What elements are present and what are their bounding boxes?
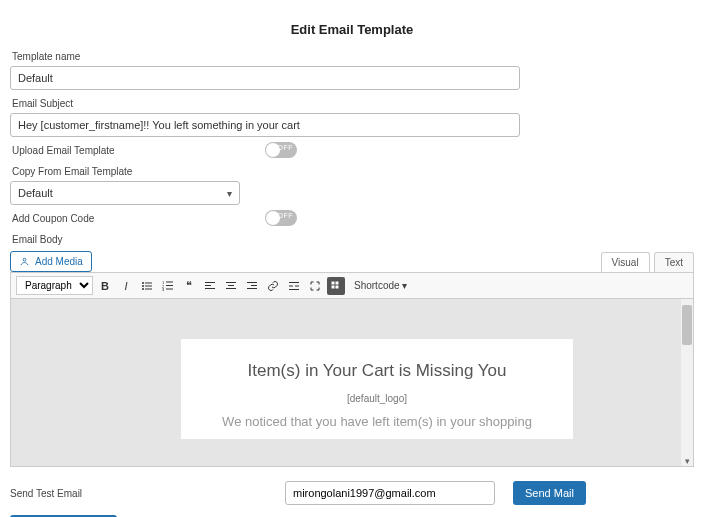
bold-icon[interactable]: B (96, 277, 114, 295)
shortcode-dropdown[interactable]: Shortcode▾ (354, 280, 407, 291)
svg-rect-19 (247, 282, 257, 283)
tab-text[interactable]: Text (654, 252, 694, 272)
svg-rect-21 (247, 288, 257, 289)
align-left-icon[interactable] (201, 277, 219, 295)
label-email-subject: Email Subject (12, 98, 694, 109)
svg-rect-16 (226, 282, 236, 283)
editor-scrollbar[interactable]: ▾ (681, 299, 693, 466)
italic-icon[interactable]: I (117, 277, 135, 295)
preview-heading: Item(s) in Your Cart is Missing You (201, 361, 553, 381)
quote-icon[interactable]: ❝ (180, 277, 198, 295)
read-more-icon[interactable] (285, 277, 303, 295)
label-send-test: Send Test Email (10, 488, 285, 499)
svg-rect-14 (205, 285, 211, 286)
add-media-label: Add Media (35, 256, 83, 267)
format-select[interactable]: Paragraph (16, 276, 93, 295)
chevron-down-icon: ▾ (402, 280, 407, 291)
svg-point-0 (23, 258, 26, 261)
toggle-off-label: OFF (278, 144, 294, 151)
svg-rect-17 (228, 285, 234, 286)
svg-rect-22 (289, 282, 299, 283)
svg-rect-27 (336, 281, 339, 284)
svg-rect-13 (205, 282, 215, 283)
editor-toolbar: Paragraph B I 123 ❝ (10, 272, 694, 299)
scroll-thumb[interactable] (682, 305, 692, 345)
toolbar-toggle-icon[interactable] (327, 277, 345, 295)
list-ul-icon[interactable] (138, 277, 156, 295)
svg-rect-23 (289, 285, 293, 286)
label-copy-from: Copy From Email Template (12, 166, 694, 177)
fullscreen-icon[interactable] (306, 277, 324, 295)
editor-body[interactable]: Item(s) in Your Cart is Missing You [def… (10, 299, 694, 467)
send-mail-button[interactable]: Send Mail (513, 481, 586, 505)
preview-paragraph: We noticed that you have left item(s) in… (201, 414, 553, 429)
svg-point-1 (142, 282, 144, 284)
svg-rect-26 (332, 281, 335, 284)
svg-rect-18 (226, 288, 236, 289)
svg-rect-12 (166, 288, 173, 289)
toggle-off-label: OFF (278, 212, 294, 219)
svg-point-5 (142, 288, 144, 290)
svg-text:3: 3 (162, 287, 165, 292)
svg-rect-2 (145, 282, 152, 283)
svg-rect-15 (205, 288, 215, 289)
copy-from-select[interactable] (10, 181, 240, 205)
svg-rect-29 (336, 285, 339, 288)
align-center-icon[interactable] (222, 277, 240, 295)
tab-visual[interactable]: Visual (601, 252, 650, 272)
svg-rect-24 (295, 285, 299, 286)
email-subject-input[interactable] (10, 113, 520, 137)
svg-rect-20 (251, 285, 257, 286)
template-name-input[interactable] (10, 66, 520, 90)
add-coupon-toggle[interactable]: OFF (265, 210, 297, 226)
upload-template-toggle[interactable]: OFF (265, 142, 297, 158)
scroll-down-icon[interactable]: ▾ (681, 456, 693, 466)
svg-rect-6 (145, 288, 152, 289)
svg-rect-25 (289, 289, 299, 290)
svg-rect-10 (166, 285, 173, 286)
label-email-body: Email Body (12, 234, 694, 245)
add-media-button[interactable]: Add Media (10, 251, 92, 272)
page-title: Edit Email Template (10, 10, 694, 43)
svg-point-3 (142, 285, 144, 287)
svg-rect-8 (166, 281, 173, 282)
media-icon (19, 256, 30, 267)
preview-logo-placeholder: [default_logo] (201, 393, 553, 404)
align-right-icon[interactable] (243, 277, 261, 295)
svg-rect-28 (332, 285, 335, 288)
link-icon[interactable] (264, 277, 282, 295)
label-template-name: Template name (12, 51, 694, 62)
svg-rect-4 (145, 285, 152, 286)
list-ol-icon[interactable]: 123 (159, 277, 177, 295)
test-email-input[interactable] (285, 481, 495, 505)
